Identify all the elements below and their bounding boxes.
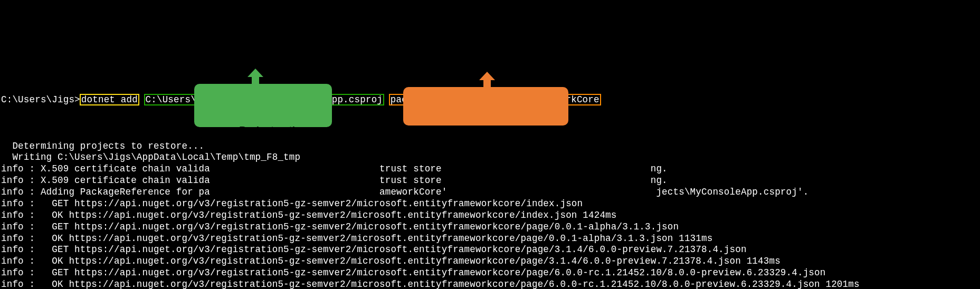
output-line: info : X.509 certificate chain valida tr… (1, 175, 979, 187)
output-line: info : Adding PackageReference for pa am… (1, 187, 979, 198)
callout-label: Package name (456, 128, 527, 139)
terminal-window[interactable]: C:\Users\Jigs>dotnet add C:\Users\Jigs\p… (0, 57, 980, 289)
output-line: info : X.509 certificate chain valida tr… (1, 163, 979, 175)
output-line: info : OK https://api.nuget.org/v3/regis… (1, 233, 979, 245)
arrow-up-icon (481, 72, 493, 88)
output-line: info : GET https://api.nuget.org/v3/regi… (1, 267, 979, 279)
callout-label: Project path (239, 124, 298, 136)
arrow-up-icon (250, 69, 261, 84)
terminal-output: Determining projects to restore... Writi… (1, 141, 979, 290)
output-line: info : OK https://api.nuget.org/v3/regis… (1, 256, 979, 267)
prompt: C:\Users\Jigs> (1, 94, 80, 105)
output-line: info : GET https://api.nuget.org/v3/regi… (1, 198, 979, 210)
output-line: Writing C:\Users\Jigs\AppData\Local\Temp… (1, 152, 979, 163)
output-line: info : GET https://api.nuget.org/v3/regi… (1, 244, 979, 256)
output-line: info : OK https://api.nuget.org/v3/regis… (1, 279, 979, 289)
output-line: info : OK https://api.nuget.org/v3/regis… (1, 210, 979, 221)
output-line: info : GET https://api.nuget.org/v3/regi… (1, 221, 979, 233)
callout-project-path: Project path (194, 84, 332, 127)
callout-package-name: Package name (403, 87, 568, 126)
dotnet-add-segment: dotnet add (80, 94, 139, 105)
output-line: Determining projects to restore... (1, 141, 979, 152)
